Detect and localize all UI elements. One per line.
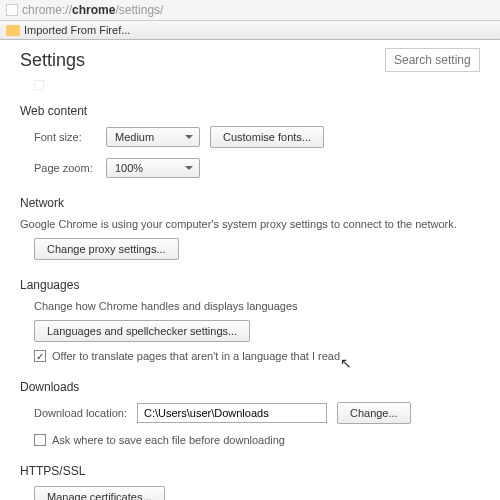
address-bar[interactable]: chrome://chrome/settings/ [0, 0, 500, 21]
bookmark-bar: Imported From Firef... [0, 21, 500, 40]
section-network: Network [20, 196, 480, 210]
font-size-select[interactable]: Medium [106, 127, 200, 147]
page-zoom-label: Page zoom: [34, 162, 96, 174]
section-downloads: Downloads [20, 380, 480, 394]
section-web-content: Web content [20, 104, 480, 118]
languages-desc: Change how Chrome handles and displays l… [20, 300, 480, 312]
languages-settings-button[interactable]: Languages and spellchecker settings... [34, 320, 250, 342]
bookmark-item[interactable]: Imported From Firef... [24, 24, 130, 36]
faded-option [20, 78, 480, 90]
customise-fonts-button[interactable]: Customise fonts... [210, 126, 324, 148]
url: chrome://chrome/settings/ [22, 3, 163, 17]
section-https: HTTPS/SSL [20, 464, 480, 478]
translate-label: Offer to translate pages that aren't in … [52, 350, 340, 362]
font-size-label: Font size: [34, 131, 96, 143]
translate-checkbox[interactable] [34, 350, 46, 362]
manage-certificates-button[interactable]: Manage certificates... [34, 486, 165, 500]
page-title: Settings [20, 50, 85, 71]
change-location-button[interactable]: Change... [337, 402, 411, 424]
download-location-input[interactable] [137, 403, 327, 423]
page-icon [6, 4, 18, 16]
page-zoom-select[interactable]: 100% [106, 158, 200, 178]
search-input[interactable] [385, 48, 480, 72]
ask-save-label: Ask where to save each file before downl… [52, 434, 285, 446]
section-languages: Languages [20, 278, 480, 292]
network-desc: Google Chrome is using your computer's s… [20, 218, 480, 230]
change-proxy-button[interactable]: Change proxy settings... [34, 238, 179, 260]
download-location-label: Download location: [34, 407, 127, 419]
folder-icon [6, 25, 20, 36]
ask-save-checkbox[interactable] [34, 434, 46, 446]
